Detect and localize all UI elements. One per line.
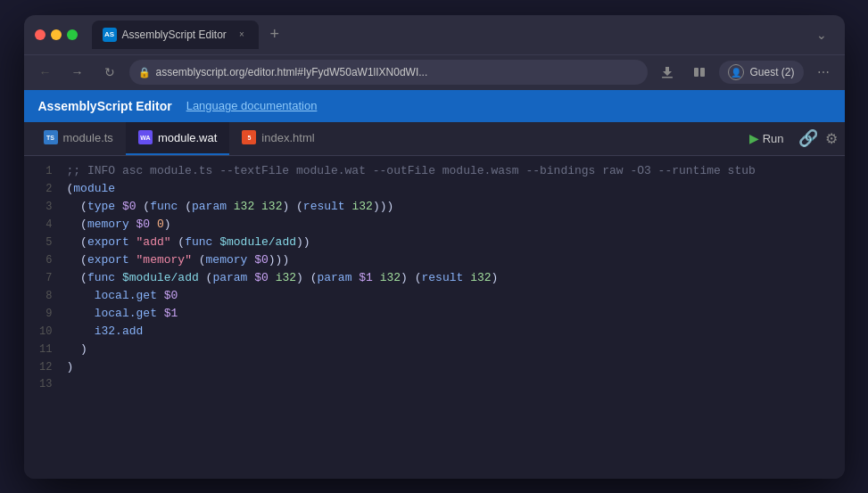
code-line: 1;; INFO asc module.ts --textFile module… <box>24 163 845 181</box>
code-token: $0 <box>164 289 178 302</box>
more-options-button[interactable]: ⋯ <box>811 60 836 85</box>
code-token: ) ( <box>282 200 302 213</box>
code-token: result <box>422 271 464 284</box>
maximize-button[interactable] <box>67 29 78 40</box>
file-tabs: TS module.ts WA module.wat 5 index.html … <box>24 122 845 156</box>
code-token <box>150 218 157 231</box>
tab-module-wat[interactable]: WA module.wat <box>126 122 229 155</box>
security-icon: 🔒 <box>138 67 151 78</box>
code-token <box>115 271 122 284</box>
code-token: result <box>303 200 345 213</box>
download-button[interactable] <box>655 60 680 85</box>
code-token: ) <box>67 360 74 374</box>
code-token: ( <box>199 271 213 284</box>
tab-bar: AS AssemblyScript Editor × + ⌄ <box>92 21 834 49</box>
settings-icon[interactable]: ⚙ <box>825 130 838 147</box>
user-button[interactable]: 👤 Guest (2) <box>719 61 803 84</box>
code-editor[interactable]: 1;; INFO asc module.ts --textFile module… <box>24 156 845 479</box>
title-bar: AS AssemblyScript Editor × + ⌄ <box>24 15 845 54</box>
line-content: (export "add" (func $module/add)) <box>67 235 310 249</box>
code-token: param <box>212 271 247 284</box>
line-number: 11 <box>24 343 67 356</box>
svg-rect-2 <box>700 68 705 77</box>
code-line: 10 i32.add <box>24 324 845 341</box>
tab-icon: AS <box>103 28 117 42</box>
code-line: 9 local.get $1 <box>24 306 845 324</box>
line-content: local.get $1 <box>67 307 178 320</box>
code-line: 11 ) <box>24 341 845 359</box>
traffic-lights <box>35 29 78 40</box>
new-tab-button[interactable]: + <box>262 22 287 47</box>
code-token: $0 <box>122 200 136 213</box>
code-token: ;; INFO asc module.ts --textFile module.… <box>67 164 756 177</box>
run-button[interactable]: ▶ Run <box>742 127 791 149</box>
code-token: i32.add <box>95 325 144 338</box>
minimize-button[interactable] <box>51 29 62 40</box>
code-token: $0 <box>254 271 269 284</box>
browser-window: AS AssemblyScript Editor × + ⌄ ← → ↻ 🔒 a… <box>24 15 845 479</box>
line-content: (type $0 (func (param i32 i32) (result i… <box>67 200 394 213</box>
code-line: 6 (export "memory" (memory $0))) <box>24 252 845 270</box>
code-line: 7 (func $module/add (param $0 i32) (para… <box>24 270 845 288</box>
code-token: i32 <box>470 271 491 284</box>
tab-label: index.html <box>261 131 314 144</box>
code-token: param <box>192 200 227 213</box>
code-token: ))) <box>373 200 393 213</box>
close-button[interactable] <box>35 29 45 40</box>
code-token: export <box>87 235 129 249</box>
back-button[interactable]: ← <box>33 60 58 85</box>
line-number: 6 <box>24 254 67 267</box>
line-number: 12 <box>24 361 67 374</box>
reload-button[interactable]: ↻ <box>97 60 122 85</box>
url-bar[interactable]: 🔒 assemblyscript.org/editor.html#IyFydW5… <box>129 60 649 85</box>
code-token <box>129 253 136 267</box>
line-content: ;; INFO asc module.ts --textFile module.… <box>67 164 756 177</box>
line-number: 4 <box>24 218 67 231</box>
language-docs-link[interactable]: Language documentation <box>186 99 318 112</box>
tab-close-button[interactable]: × <box>236 29 248 41</box>
code-token <box>227 200 234 213</box>
tab-title: AssemblyScript Editor <box>122 29 227 41</box>
line-number: 8 <box>24 290 67 302</box>
code-token <box>67 325 95 338</box>
line-number: 3 <box>24 201 67 213</box>
user-icon: 👤 <box>728 64 744 80</box>
code-token: $0 <box>254 253 269 267</box>
code-token: i32 <box>261 200 282 213</box>
svg-rect-0 <box>662 77 673 78</box>
code-token: ) ( <box>296 271 317 284</box>
code-token: $0 <box>136 218 151 231</box>
code-token: i32 <box>380 271 401 284</box>
tab-index-html[interactable]: 5 index.html <box>229 122 327 155</box>
code-line: 8 local.get $0 <box>24 288 845 306</box>
line-number: 2 <box>24 183 67 195</box>
browser-tab-active[interactable]: AS AssemblyScript Editor × <box>92 21 259 49</box>
code-line: 4 (memory $0 0) <box>24 217 845 234</box>
run-label: Run <box>763 132 784 145</box>
code-token: $module/add <box>219 235 296 249</box>
tab-expand-button[interactable]: ⌄ <box>809 22 834 47</box>
line-content: ) <box>67 360 74 374</box>
code-token: memory <box>87 218 129 231</box>
tab-module-ts[interactable]: TS module.ts <box>31 122 126 155</box>
code-token: i32 <box>234 200 254 213</box>
app-toolbar: AssemblyScript Editor Language documenta… <box>24 90 845 122</box>
svg-rect-1 <box>694 68 699 77</box>
code-token: $1 <box>359 271 373 284</box>
user-label: Guest (2) <box>749 66 794 78</box>
code-token: $module/add <box>122 271 199 284</box>
code-token: ( <box>67 235 87 249</box>
line-number: 13 <box>24 378 67 390</box>
forward-button[interactable]: → <box>65 60 90 85</box>
url-text: assemblyscript.org/editor.html#IyFydW50a… <box>156 66 640 78</box>
code-token: $1 <box>164 307 178 320</box>
code-token <box>67 307 95 320</box>
reader-mode-button[interactable] <box>687 60 712 85</box>
code-token: ( <box>171 235 186 249</box>
code-token: ( <box>67 218 87 231</box>
link-icon[interactable]: 🔗 <box>798 128 818 148</box>
tab-actions: ▶ Run 🔗 ⚙ <box>742 127 838 149</box>
line-content: (func $module/add (param $0 i32) (param … <box>67 271 499 284</box>
code-token <box>269 271 276 284</box>
code-token: local.get <box>95 289 157 302</box>
